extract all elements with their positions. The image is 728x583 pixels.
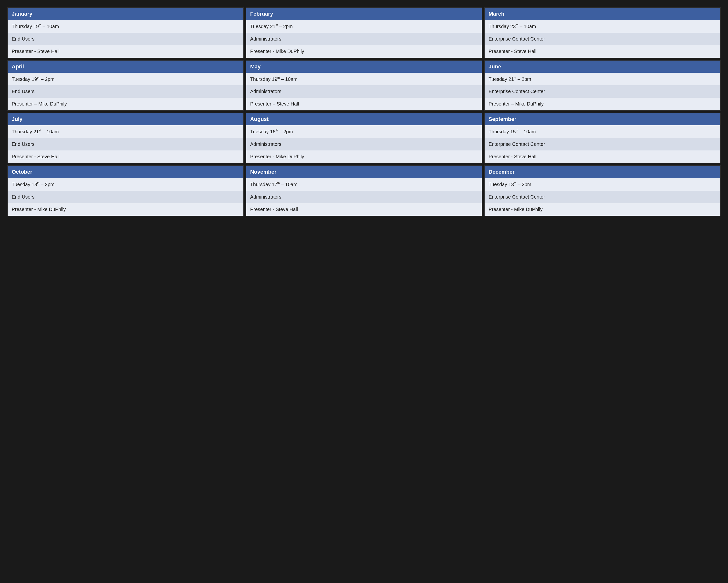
month-date-september: Thursday 15th – 10am xyxy=(485,125,720,138)
month-date-october: Tuesday 18th – 2pm xyxy=(8,178,243,191)
month-date-august: Tuesday 16th – 2pm xyxy=(246,125,482,138)
month-audience-october: End Users xyxy=(8,191,243,203)
month-card-june: JuneTuesday 21st – 2pmEnterprise Contact… xyxy=(484,60,721,111)
month-audience-august: Administrators xyxy=(246,138,482,150)
month-card-august: AugustTuesday 16th – 2pmAdministratorsPr… xyxy=(246,112,483,163)
month-card-may: MayThursday 19th – 10amAdministratorsPre… xyxy=(246,60,483,111)
month-card-november: NovemberThursday 17th – 10amAdministrato… xyxy=(246,166,483,216)
month-presenter-january: Presenter - Steve Hall xyxy=(8,45,243,58)
month-presenter-february: Presenter - Mike DuPhily xyxy=(246,45,482,58)
month-audience-july: End Users xyxy=(8,138,243,150)
month-header-november: November xyxy=(246,166,482,178)
month-audience-november: Administrators xyxy=(246,191,482,203)
month-audience-march: Enterprise Contact Center xyxy=(485,33,720,45)
month-date-february: Tuesday 21st – 2pm xyxy=(246,20,482,33)
month-card-march: MarchThursday 23rd – 10amEnterprise Cont… xyxy=(484,7,721,58)
month-date-march: Thursday 23rd – 10am xyxy=(485,20,720,33)
month-audience-may: Administrators xyxy=(246,85,482,98)
month-audience-january: End Users xyxy=(8,33,243,45)
month-presenter-march: Presenter - Steve Hall xyxy=(485,45,720,58)
month-header-january: January xyxy=(8,8,243,20)
month-date-april: Tuesday 19th – 2pm xyxy=(8,73,243,85)
month-presenter-september: Presenter - Steve Hall xyxy=(485,150,720,163)
month-header-february: February xyxy=(246,8,482,20)
month-header-march: March xyxy=(485,8,720,20)
month-audience-april: End Users xyxy=(8,85,243,98)
month-header-may: May xyxy=(246,60,482,73)
month-date-january: Thursday 19th – 10am xyxy=(8,20,243,33)
month-presenter-december: Presenter - Mike DuPhily xyxy=(485,203,720,216)
month-presenter-july: Presenter - Steve Hall xyxy=(8,150,243,163)
month-header-april: April xyxy=(8,60,243,73)
month-date-november: Thursday 17th – 10am xyxy=(246,178,482,191)
month-card-january: JanuaryThursday 19th – 10amEnd UsersPres… xyxy=(7,7,244,58)
month-presenter-november: Presenter - Steve Hall xyxy=(246,203,482,216)
month-presenter-august: Presenter - Mike DuPhily xyxy=(246,150,482,163)
month-card-july: JulyThursday 21st – 10amEnd UsersPresent… xyxy=(7,112,244,163)
month-date-june: Tuesday 21st – 2pm xyxy=(485,73,720,85)
calendar-grid: JanuaryThursday 19th – 10amEnd UsersPres… xyxy=(7,7,721,216)
month-header-october: October xyxy=(8,166,243,178)
month-card-february: FebruaryTuesday 21st – 2pmAdministrators… xyxy=(246,7,483,58)
month-presenter-may: Presenter – Steve Hall xyxy=(246,98,482,110)
month-audience-february: Administrators xyxy=(246,33,482,45)
month-date-december: Tuesday 13th – 2pm xyxy=(485,178,720,191)
month-card-april: AprilTuesday 19th – 2pmEnd UsersPresente… xyxy=(7,60,244,111)
month-header-july: July xyxy=(8,113,243,125)
month-presenter-october: Presenter - Mike DuPhily xyxy=(8,203,243,216)
month-audience-june: Enterprise Contact Center xyxy=(485,85,720,98)
month-card-december: DecemberTuesday 13th – 2pmEnterprise Con… xyxy=(484,166,721,216)
month-presenter-april: Presenter – Mike DuPhily xyxy=(8,98,243,110)
month-card-october: OctoberTuesday 18th – 2pmEnd UsersPresen… xyxy=(7,166,244,216)
month-audience-december: Enterprise Contact Center xyxy=(485,191,720,203)
month-card-september: SeptemberThursday 15th – 10amEnterprise … xyxy=(484,112,721,163)
month-header-september: September xyxy=(485,113,720,125)
month-header-june: June xyxy=(485,60,720,73)
month-date-july: Thursday 21st – 10am xyxy=(8,125,243,138)
month-presenter-june: Presenter – Mike DuPhily xyxy=(485,98,720,110)
month-audience-september: Enterprise Contact Center xyxy=(485,138,720,150)
month-header-december: December xyxy=(485,166,720,178)
month-date-may: Thursday 19th – 10am xyxy=(246,73,482,85)
month-header-august: August xyxy=(246,113,482,125)
